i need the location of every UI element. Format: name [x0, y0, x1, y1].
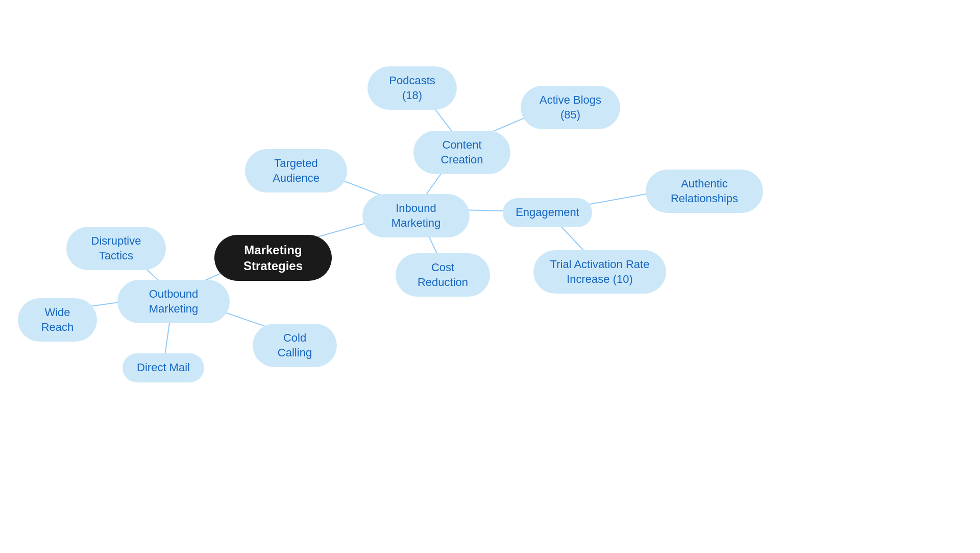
- content-creation-node[interactable]: Content Creation: [413, 131, 510, 174]
- contentcreation-label: Content Creation: [428, 138, 496, 167]
- disruptive-label: Disruptive Tactics: [81, 234, 152, 263]
- coldcalling-label: Cold Calling: [267, 331, 323, 360]
- authenticrel-label: Authentic Relationships: [660, 177, 749, 206]
- active-blogs-node[interactable]: Active Blogs (85): [521, 86, 620, 129]
- trialactivation-label: Trial Activation Rate Increase (10): [548, 257, 652, 286]
- targeted-audience-node[interactable]: Targeted Audience: [245, 149, 347, 193]
- podcasts-node[interactable]: Podcasts (18): [368, 66, 457, 110]
- cost-reduction-node[interactable]: Cost Reduction: [396, 253, 490, 297]
- inbound-label: Inbound Marketing: [377, 201, 455, 230]
- directmail-label: Direct Mail: [137, 360, 190, 375]
- inbound-marketing-node[interactable]: Inbound Marketing: [362, 194, 470, 237]
- podcasts-label: Podcasts (18): [382, 74, 443, 103]
- authentic-relationships-node[interactable]: Authentic Relationships: [646, 170, 763, 213]
- trial-activation-node[interactable]: Trial Activation Rate Increase (10): [533, 250, 666, 294]
- outbound-marketing-node[interactable]: Outbound Marketing: [117, 280, 230, 323]
- costreduction-label: Cost Reduction: [410, 260, 476, 290]
- targetedaudience-label: Targeted Audience: [259, 156, 333, 185]
- root-label: Marketing Strategies: [229, 242, 317, 274]
- outbound-label: Outbound Marketing: [132, 287, 215, 316]
- root-node[interactable]: Marketing Strategies: [214, 235, 332, 281]
- widereach-label: Wide Reach: [32, 305, 83, 334]
- engagement-label: Engagement: [516, 205, 579, 220]
- disruptive-tactics-node[interactable]: Disruptive Tactics: [66, 227, 166, 270]
- engagement-node[interactable]: Engagement: [503, 198, 592, 227]
- direct-mail-node[interactable]: Direct Mail: [122, 353, 204, 382]
- wide-reach-node[interactable]: Wide Reach: [18, 298, 97, 342]
- activeblogs-label: Active Blogs (85): [535, 93, 606, 122]
- cold-calling-node[interactable]: Cold Calling: [253, 324, 337, 367]
